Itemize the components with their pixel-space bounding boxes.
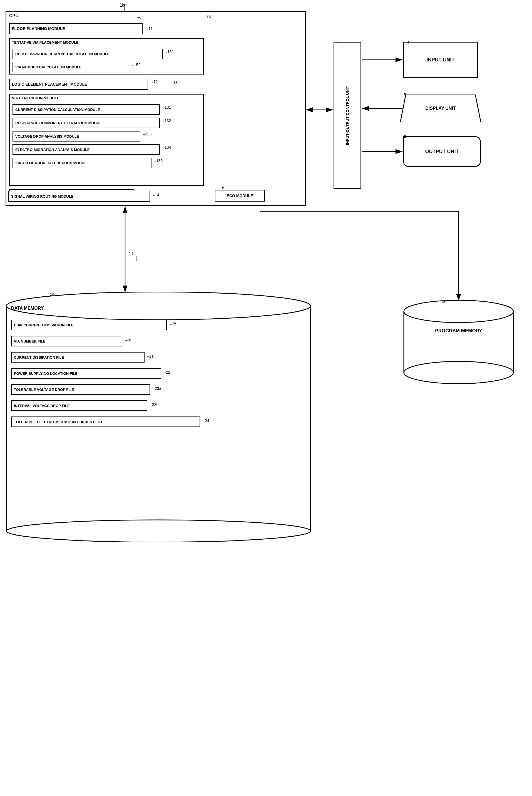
current-dissipation-file-box: CURRENT DISSIPATION FILE — [11, 352, 145, 363]
resistance-component-label: RESISTANCE COMPONENT EXTRACTION MODULE — [15, 121, 104, 125]
tolerable-voltage-box: TOLERABLE VOLTAGE DROP FILE — [11, 384, 150, 395]
via-allocation-box: VIA ALLOCATION CALCULATION MODULE — [13, 158, 151, 168]
via-number-box: VIA NUMBER CALCULATION MODULE — [13, 62, 129, 72]
output-unit-box: OUTPUT UNIT — [403, 136, 481, 167]
chip-current-ref: ⌣25 — [170, 322, 176, 326]
eco-module-label: ECO MODULE — [227, 193, 253, 198]
resistance-component-ref: ⌣132 — [162, 118, 171, 123]
data-memory-ref: 2d — [50, 292, 55, 297]
interval-voltage-label: INTERVAL VOLTAGE DROP FILE — [14, 404, 70, 408]
input-unit-box: INPUT UNIT — [403, 42, 478, 78]
cpu-label: CPU — [9, 13, 19, 18]
top-ref: 1d — [122, 2, 127, 7]
program-memory-ref: 2m — [442, 299, 447, 303]
via-number-ref: ⌣152 — [131, 62, 140, 67]
output-unit-label: OUTPUT UNIT — [425, 149, 459, 155]
chip-current-label: CHIP CURRENT DISSIPATION FILE — [14, 323, 74, 327]
ref-2d: 2d — [128, 252, 133, 256]
via-number-file-label: VIA NUMBER FILE — [14, 339, 45, 343]
power-supplying-box: POWER SUPPLYING LOCATION FILE — [11, 368, 161, 379]
signal-wiring-box: SIGNAL WIRING ROUTING MODULE — [8, 191, 150, 202]
io-control-ref: 3 — [336, 39, 339, 43]
interval-voltage-box: INTERVAL VOLTAGE DROP FILE — [11, 400, 147, 411]
resistance-component-box: RESISTANCE COMPONENT EXTRACTION MODULE — [13, 118, 160, 128]
via-generation-outer: VIA GENERATION MODULE CURRENT DISSIPATIO… — [9, 94, 204, 186]
eco-module-box: ECO MODULE — [215, 190, 265, 202]
program-memory-outer — [403, 300, 514, 384]
eco-module-ref: 18 — [220, 186, 224, 190]
tolerable-electro-label: TOLERABLE ELECTRO-MIGRATION CURRENT FILE — [14, 420, 103, 424]
current-dissipation-calc-label: CURRENT DISSIPATION CALCULATION MODULE — [15, 108, 100, 112]
floor-planning-box: FLOOR PLANNING MODULE — [9, 23, 142, 34]
via-number-file-box: VIA NUMBER FILE — [11, 336, 122, 346]
via-allocation-label: VIA ALLOCATION CALCULATION MODULE — [15, 161, 89, 165]
tolerable-electro-box: TOLERABLE ELECTRO-MIGRATION CURRENT FILE — [11, 416, 200, 427]
chip-current-box: CHIP CURRENT DISSIPATION FILE — [11, 320, 167, 330]
tentative-via-outer: TENTATIVE VIA PLACEMENT MODULE CHIP DISS… — [9, 38, 204, 75]
input-unit-ref: 4 — [407, 40, 410, 45]
svg-point-4 — [6, 520, 310, 542]
electro-migration-label: ELECTRO-MIGRATION ANALYSIS MODULE — [15, 148, 90, 152]
logic-element-ref: ⌣12 — [151, 79, 158, 84]
via-number-file-ref: ⌣26 — [125, 338, 131, 343]
chip-dissipation-label: CHIP DISSIPATION CURRENT CALCULATION MOD… — [15, 52, 110, 56]
current-dissipation-calc-ref: ⌣131 — [162, 105, 171, 110]
logic-element-ref2: 13 — [173, 80, 177, 85]
output-unit-ref: 6 — [404, 134, 406, 139]
tolerable-electro-ref: ⌣24 — [202, 418, 209, 423]
tolerable-voltage-label: TOLERABLE VOLTAGE DROP FILE — [14, 387, 74, 392]
input-unit-label: INPUT UNIT — [427, 57, 455, 63]
logic-element-box: LOGIC ELEMENT PLACEMENT MODULE — [9, 79, 148, 90]
voltage-drop-ref: ⌣133 — [142, 132, 151, 136]
svg-text:DISPLAY UNIT: DISPLAY UNIT — [425, 106, 456, 111]
display-unit-container: DISPLAY UNIT — [400, 95, 481, 122]
floor-planning-label: FLOOR PLANNING MODULE — [12, 26, 65, 31]
signal-wiring-label: SIGNAL WIRING ROUTING MODULE — [11, 194, 73, 198]
tentative-via-label: TENTATIVE VIA PLACEMENT MODULE — [12, 40, 79, 44]
program-memory-label: PROGRAM MEMORY — [403, 328, 514, 334]
interval-voltage-ref: ⌣23b — [150, 402, 158, 407]
io-control-box: INPUT-OUTPUT CONTROL UNIT — [334, 42, 361, 189]
current-dissipation-file-label: CURRENT DISSIPATION FILE — [14, 355, 64, 360]
logic-element-label: LOGIC ELEMENT PLACEMENT MODULE — [12, 82, 87, 87]
via-number-label: VIA NUMBER CALCULATION MODULE — [15, 65, 81, 69]
ref-15: 15 — [207, 15, 211, 19]
svg-point-7 — [404, 361, 513, 384]
signal-wiring-ref: ⌣14 — [152, 193, 159, 197]
power-supplying-label: POWER SUPPLYING LOCATION FILE — [14, 372, 78, 376]
floor-planning-ref: ⌣11 — [146, 26, 153, 31]
current-dissipation-file-ref: ⌣21 — [147, 354, 154, 359]
tolerable-voltage-ref: ⌣23a — [152, 386, 161, 391]
chip-dissipation-ref: ⌣151 — [165, 50, 174, 54]
svg-point-6 — [404, 300, 513, 323]
electro-migration-ref: ⌣134 — [162, 145, 171, 150]
current-dissipation-calc-box: CURRENT DISSIPATION CALCULATION MODULE — [13, 104, 160, 115]
voltage-drop-label: VOLTAGE DROP ANALYSIS MODULE — [15, 134, 79, 138]
data-memory-label: DATA MEMORY — [11, 306, 44, 311]
voltage-drop-box: VOLTAGE DROP ANALYSIS MODULE — [13, 131, 140, 141]
via-allocation-ref: ⌣135 — [154, 158, 163, 163]
display-unit-ref: 5 — [404, 93, 406, 97]
electro-migration-box: ELECTRO-MIGRATION ANALYSIS MODULE — [13, 144, 160, 155]
power-supplying-ref: ⌣22 — [164, 370, 170, 375]
cpu-box: CPU 15 FLOOR PLANNING MODULE ⌣11 TENTATI… — [5, 11, 306, 206]
via-generation-label: VIA GENERATION MODULE — [12, 96, 59, 100]
chip-dissipation-box: CHIP DISSIPATION CURRENT CALCULATION MOD… — [13, 49, 163, 59]
io-control-label: INPUT-OUTPUT CONTROL UNIT — [345, 86, 350, 145]
